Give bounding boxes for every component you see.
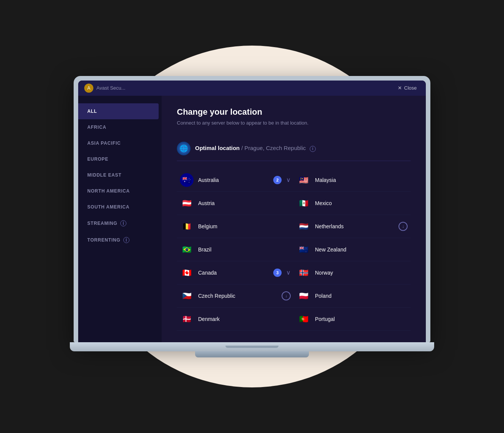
sidebar-item-all[interactable]: ALL — [78, 103, 159, 119]
country-row-canada[interactable]: 🇨🇦 Canada 3 ∨ — [177, 261, 294, 284]
flag-denmark: 🇩🇰 — [180, 312, 194, 326]
country-row-brazil[interactable]: 🇧🇷 Brazil — [177, 238, 294, 261]
close-x-icon: ✕ — [398, 85, 402, 91]
sidebar-item-africa[interactable]: AFRICA — [78, 119, 162, 135]
flag-austria: 🇦🇹 — [180, 196, 194, 210]
main-content: Change your location Connect to any serv… — [162, 96, 426, 342]
app-titlebar: A Avast Secu... ✕ Close — [78, 81, 426, 96]
australia-expand-icon[interactable]: ∨ — [286, 176, 291, 183]
streaming-info-icon: i — [120, 220, 126, 226]
flag-poland: 🇵🇱 — [297, 289, 310, 303]
laptop-screen: A Avast Secu... ✕ Close ALL AFRICA — [74, 76, 430, 342]
country-name-austria: Austria — [198, 200, 291, 206]
sidebar-item-asia-pacific[interactable]: ASIA PACIFIC — [78, 135, 162, 151]
country-row-malaysia[interactable]: 🇲🇾 Malaysia — [294, 169, 411, 192]
flag-netherlands: 🇳🇱 — [297, 220, 310, 233]
country-row-poland[interactable]: 🇵🇱 Poland — [294, 284, 411, 308]
canada-expand-icon[interactable]: ∨ — [286, 269, 291, 276]
laptop-base — [70, 342, 434, 351]
laptop-stand — [195, 351, 309, 357]
sidebar: ALL AFRICA ASIA PACIFIC EUROPE MIDDLE EA… — [78, 96, 162, 342]
country-row-denmark[interactable]: 🇩🇰 Denmark — [177, 308, 294, 331]
country-row-norway[interactable]: 🇳🇴 Norway — [294, 261, 411, 284]
optimal-info-icon[interactable]: i — [310, 146, 316, 152]
country-name-australia: Australia — [198, 177, 269, 183]
page-title: Change your location — [177, 107, 411, 117]
flag-mexico: 🇲🇽 — [297, 196, 310, 210]
country-name-denmark: Denmark — [198, 316, 291, 322]
close-label: Close — [404, 85, 417, 91]
laptop-notch — [225, 346, 279, 348]
flag-australia: 🇦🇺 — [180, 173, 194, 187]
optimal-label-container: Optimal location / Prague, Czech Republi… — [195, 145, 316, 152]
sidebar-item-north-america[interactable]: NORTH AMERICA — [78, 183, 162, 199]
optimal-location-row[interactable]: 🌐 Optimal location / Prague, Czech Repub… — [177, 136, 411, 161]
flag-new-zealand: 🇳🇿 — [297, 243, 310, 256]
sidebar-item-torrenting[interactable]: TORRENTING i — [78, 232, 162, 248]
sidebar-item-europe[interactable]: EUROPE — [78, 151, 162, 167]
country-name-belgium: Belgium — [198, 223, 291, 229]
country-name-malaysia: Malaysia — [315, 177, 408, 183]
optimal-location-city: Prague, Czech Republic — [244, 145, 306, 151]
sidebar-item-streaming[interactable]: STREAMING i — [78, 215, 162, 232]
country-name-brazil: Brazil — [198, 247, 291, 253]
country-row-belgium[interactable]: 🇧🇪 Belgium — [177, 215, 294, 238]
laptop-wrapper: A Avast Secu... ✕ Close ALL AFRICA — [70, 76, 434, 357]
country-row-austria[interactable]: 🇦🇹 Austria — [177, 192, 294, 215]
country-name-mexico: Mexico — [315, 200, 408, 206]
close-button[interactable]: ✕ Close — [395, 84, 420, 92]
app-logo: A — [84, 84, 93, 93]
country-name-portugal: Portugal — [315, 316, 408, 322]
countries-grid: 🇦🇺 Australia 2 ∨ 🇦🇹 Austria 🇧🇪 — [177, 169, 411, 331]
country-row-netherlands[interactable]: 🇳🇱 Netherlands ↓ — [294, 215, 411, 238]
page-subtitle: Connect to any server below to appear to… — [177, 120, 411, 126]
country-row-new-zealand[interactable]: 🇳🇿 New Zealand — [294, 238, 411, 261]
netherlands-download-icon[interactable]: ↓ — [398, 222, 408, 231]
flag-malaysia: 🇲🇾 — [297, 173, 310, 187]
sidebar-item-south-america[interactable]: SOUTH AMERICA — [78, 199, 162, 215]
country-row-czech-republic[interactable]: 🇨🇿 Czech Republic ↓ — [177, 284, 294, 308]
country-name-czech-republic: Czech Republic — [198, 293, 277, 299]
country-row-mexico[interactable]: 🇲🇽 Mexico — [294, 192, 411, 215]
sidebar-item-middle-east[interactable]: MIDDLE EAST — [78, 167, 162, 183]
flag-belgium: 🇧🇪 — [180, 220, 194, 233]
countries-left-col: 🇦🇺 Australia 2 ∨ 🇦🇹 Austria 🇧🇪 — [177, 169, 294, 331]
country-name-new-zealand: New Zealand — [315, 247, 408, 253]
country-row-australia[interactable]: 🇦🇺 Australia 2 ∨ — [177, 169, 294, 192]
czech-download-icon[interactable]: ↓ — [282, 291, 291, 300]
flag-brazil: 🇧🇷 — [180, 243, 194, 256]
country-name-canada: Canada — [198, 270, 269, 276]
australia-badge: 2 — [273, 176, 282, 184]
optimal-location-label: Optimal location / Prague, Czech Republi… — [195, 145, 316, 151]
flag-czech-republic: 🇨🇿 — [180, 289, 194, 303]
flag-portugal: 🇵🇹 — [297, 312, 310, 326]
optimal-flag: 🌐 — [177, 142, 191, 155]
country-name-norway: Norway — [315, 270, 408, 276]
screen-bezel: A Avast Secu... ✕ Close ALL AFRICA — [78, 81, 426, 342]
flag-canada: 🇨🇦 — [180, 266, 194, 280]
app-title: Avast Secu... — [96, 85, 125, 91]
optimal-flag-emoji: 🌐 — [180, 144, 188, 153]
flag-norway: 🇳🇴 — [297, 266, 310, 280]
country-name-netherlands: Netherlands — [315, 223, 394, 229]
torrenting-info-icon: i — [123, 237, 129, 243]
app-body: ALL AFRICA ASIA PACIFIC EUROPE MIDDLE EA… — [78, 96, 426, 342]
canada-badge: 3 — [273, 269, 282, 277]
country-name-poland: Poland — [315, 293, 408, 299]
countries-right-col: 🇲🇾 Malaysia 🇲🇽 Mexico 🇳🇱 Netherlands — [294, 169, 411, 331]
country-row-portugal[interactable]: 🇵🇹 Portugal — [294, 308, 411, 331]
